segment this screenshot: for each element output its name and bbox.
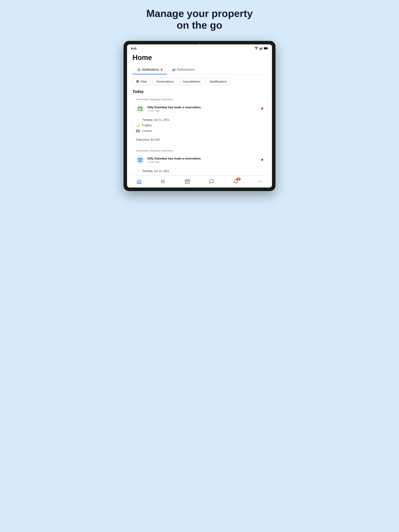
chart-icon bbox=[172, 68, 175, 71]
svg-point-25 bbox=[161, 181, 162, 182]
notif-2-title: Dilly Doombar has made a reservation. bbox=[148, 157, 263, 160]
svg-rect-6 bbox=[264, 48, 267, 49]
svg-rect-9 bbox=[172, 70, 173, 71]
notif-1-header: Dilly Doombar has made a reservation. 1 … bbox=[133, 102, 266, 115]
nav-more[interactable] bbox=[254, 178, 265, 185]
notif-1-icon bbox=[136, 104, 145, 113]
notif-2-property: Amsterdam Hideaway Apartment bbox=[133, 147, 266, 153]
notification-card-1[interactable]: Amsterdam Hideaway Apartment Dilly Doomb… bbox=[133, 96, 266, 144]
notif-2-text: Dilly Doombar has made a reservation. 1 … bbox=[148, 157, 263, 163]
wifi-icon bbox=[254, 47, 258, 50]
notif-2-checkin: Tuesday, Jun 11, 2021 bbox=[142, 169, 169, 172]
tab-performance[interactable]: Performance bbox=[167, 65, 199, 74]
bed-icon bbox=[136, 129, 140, 133]
notif-1-total: Total price: €2,420 bbox=[133, 135, 266, 144]
arrow-right-icon: → bbox=[136, 118, 140, 122]
svg-point-36 bbox=[261, 181, 262, 182]
nav-listings[interactable] bbox=[158, 178, 169, 185]
filter-row: Filter Reservations Cancellations Modifi… bbox=[133, 74, 266, 88]
arrow-right-icon-2: → bbox=[136, 169, 140, 173]
filter-label: Filter bbox=[141, 80, 147, 83]
messages-nav-icon bbox=[209, 179, 214, 184]
nav-notifications[interactable]: 18 bbox=[230, 178, 241, 185]
more-nav-icon bbox=[257, 179, 262, 184]
notif-2-details: → Tuesday, Jun 11, 2021 bbox=[133, 167, 266, 176]
svg-point-34 bbox=[258, 181, 259, 182]
svg-rect-3 bbox=[262, 47, 263, 50]
battery-icon bbox=[264, 47, 268, 50]
modifications-filter-button[interactable]: Modifications bbox=[206, 78, 231, 85]
notif-1-text: Dilly Doombar has made a reservation. 1 … bbox=[148, 106, 263, 112]
listings-nav-icon bbox=[161, 179, 166, 184]
notif-1-total-text: Total price: €2,420 bbox=[136, 138, 160, 141]
notif-1-title: Dilly Doombar has made a reservation. bbox=[148, 106, 263, 109]
reservations-filter-label: Reservations bbox=[156, 80, 174, 83]
notifications-badge: 18 bbox=[236, 178, 241, 181]
home-nav-icon bbox=[137, 179, 142, 184]
sliders-icon bbox=[136, 80, 139, 83]
svg-rect-1 bbox=[260, 48, 261, 50]
page-content: Home Notifications bbox=[127, 52, 272, 176]
moon-icon: 🌙 bbox=[136, 123, 140, 127]
svg-point-14 bbox=[138, 81, 139, 82]
nav-home[interactable] bbox=[134, 178, 145, 185]
notif-1-time: 1 hour ago bbox=[148, 109, 263, 112]
notif-2-time: 1 hour ago bbox=[148, 160, 263, 163]
nav-messages[interactable] bbox=[206, 178, 217, 185]
bottom-nav: 18 bbox=[127, 176, 272, 188]
notif-2-header: Dilly Doombar has made a reservation. 1 … bbox=[133, 153, 266, 167]
svg-rect-7 bbox=[174, 68, 175, 71]
svg-point-35 bbox=[259, 181, 260, 182]
svg-rect-8 bbox=[174, 69, 174, 71]
svg-point-13 bbox=[137, 80, 138, 81]
notif-2-icon bbox=[136, 156, 145, 165]
signal-icon bbox=[259, 47, 263, 50]
hero-title: Manage your property on the go bbox=[141, 8, 258, 31]
svg-rect-30 bbox=[185, 180, 190, 184]
notif-1-checkin-row: → Tuesday, Jun 11, 2021 bbox=[136, 118, 263, 122]
bell-icon bbox=[137, 68, 141, 71]
notification-card-2[interactable]: Amsterdam Hideaway Apartment D bbox=[133, 147, 266, 176]
svg-rect-33 bbox=[188, 182, 189, 182]
status-icons bbox=[254, 47, 268, 50]
tab-performance-label: Performance bbox=[177, 68, 195, 71]
filter-button[interactable]: Filter bbox=[133, 78, 151, 85]
svg-rect-5 bbox=[268, 48, 268, 49]
notif-2-checkin-row: → Tuesday, Jun 11, 2021 bbox=[136, 169, 263, 173]
svg-rect-0 bbox=[259, 49, 260, 50]
svg-point-23 bbox=[140, 161, 141, 161]
section-today: Today bbox=[133, 88, 266, 96]
tab-notifications[interactable]: Notifications bbox=[133, 65, 167, 74]
svg-rect-31 bbox=[186, 182, 187, 182]
status-bar: 9.41 bbox=[127, 44, 272, 52]
svg-point-26 bbox=[161, 182, 162, 183]
notif-1-details: → Tuesday, Jun 11, 2021 🌙 6 nights bbox=[133, 115, 266, 135]
notif-1-checkin: Tuesday, Jun 11, 2021 bbox=[142, 118, 169, 121]
notif-1-rooms-row: 2 rooms bbox=[136, 129, 263, 133]
calendar-nav-icon bbox=[185, 179, 190, 184]
reservations-filter-button[interactable]: Reservations bbox=[153, 78, 177, 85]
svg-rect-2 bbox=[261, 47, 262, 50]
svg-point-24 bbox=[161, 180, 162, 180]
tab-notifications-dot bbox=[161, 69, 162, 70]
notif-2-unread-dot bbox=[261, 158, 263, 161]
tabs-row: Notifications Performance bbox=[133, 65, 266, 74]
svg-rect-32 bbox=[187, 182, 188, 182]
cancellations-filter-label: Cancellations bbox=[183, 80, 200, 83]
status-time: 9.41 bbox=[131, 47, 137, 50]
notif-1-rooms: 2 rooms bbox=[142, 129, 152, 133]
nav-calendar[interactable] bbox=[182, 178, 193, 185]
tablet-frame: 9.41 bbox=[123, 41, 276, 191]
notif-1-unread-dot bbox=[261, 107, 263, 109]
tablet-screen: 9.41 bbox=[127, 44, 272, 188]
notif-1-nights-row: 🌙 6 nights bbox=[136, 123, 263, 127]
notif-1-nights: 6 nights bbox=[142, 124, 152, 127]
tab-notifications-label: Notifications bbox=[142, 68, 159, 71]
svg-point-15 bbox=[137, 82, 138, 82]
cancellations-filter-button[interactable]: Cancellations bbox=[179, 78, 204, 85]
svg-rect-20 bbox=[138, 131, 139, 132]
notif-1-property: Amsterdam Hideaway Apartment bbox=[133, 96, 266, 102]
page-title: Home bbox=[133, 54, 266, 62]
svg-rect-19 bbox=[137, 131, 138, 132]
modifications-filter-label: Modifications bbox=[210, 80, 227, 83]
